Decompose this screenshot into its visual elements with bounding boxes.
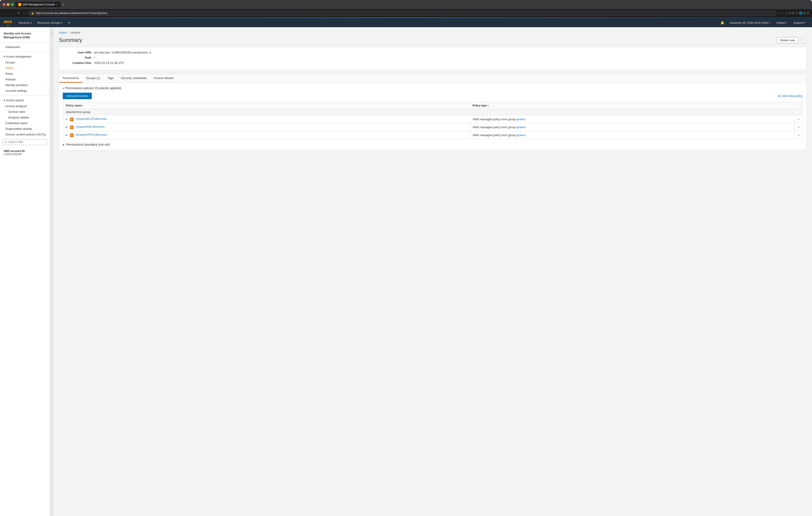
expand-icon-3[interactable]: ▶ — [66, 134, 67, 136]
toolbar-right: ⋯ ☆ ⤓ ⧉ ⊕ ⓘ 🌐 ⊞ ☰ — [778, 11, 809, 15]
policy-link-2[interactable]: AmazonS3FullAccess — [76, 125, 105, 128]
maximize-dot[interactable] — [11, 3, 13, 6]
forward-button[interactable]: → — [9, 11, 14, 16]
help-button[interactable]: ? — [800, 37, 807, 43]
user-arn-value: arn:aws:iam::119841056280:user/jenkins ⧉ — [94, 51, 151, 54]
copy-arn-icon[interactable]: ⧉ — [149, 51, 151, 54]
browser-toolbar: ← → ↻ ⌂ 🔒 https://console.aws.amazon.com… — [0, 9, 812, 17]
address-text: https://console.aws.amazon.com/iam/home?… — [35, 11, 107, 15]
page-title: Summary — [59, 37, 82, 43]
expand-icon-2[interactable]: ▶ — [66, 126, 67, 128]
permissions-boundary-section: ▶ Permissions boundary (not set) — [63, 141, 803, 146]
aws-nav: aws ▲ Services ▾ Resource Groups ▾ ✦ 🔔 m… — [0, 18, 812, 27]
policy-type-cell-3: AWS managed policy from group jenkins — [470, 131, 794, 139]
bookmarks-nav[interactable]: ✦ — [65, 18, 73, 27]
sidebar-item-groups[interactable]: Groups — [0, 60, 50, 65]
sidebar-item-archive-rules[interactable]: Archive rules — [0, 109, 50, 115]
remove-btn-3[interactable]: ✕ — [798, 134, 800, 137]
tab-permissions[interactable]: Permissions — [59, 74, 83, 83]
add-permissions-button[interactable]: Add permissions — [63, 93, 92, 99]
region-menu[interactable]: Global ▾ — [774, 18, 790, 27]
sidebar-item-account-settings[interactable]: Account settings — [0, 88, 50, 94]
creation-time-value: 2020-03-19 21:38 UTC — [94, 61, 124, 65]
sidebar-access-management-header[interactable]: ▾ Access management — [0, 54, 50, 60]
tabs-header: Permissions Groups (1) Tags Security cre… — [59, 74, 806, 83]
active-tab[interactable]: ⚡ IAM Management Console × — [16, 2, 60, 7]
page-title-actions: Delete user ? — [777, 37, 807, 43]
table-header-row: Policy name ▾ Policy type ▾ — [63, 102, 803, 109]
policy-link-1[interactable]: AmazonEC2FullAccess — [76, 117, 107, 121]
plus-circle-icon: ⊕ — [778, 94, 781, 98]
table-row: ▶ ⧉ AmazonS3FullAccess AWS managed polic… — [63, 123, 803, 131]
sidebar-item-policies[interactable]: Policies — [0, 77, 50, 82]
policy-type-cell-1: AWS managed policy from group jenkins — [470, 115, 794, 123]
search-input[interactable] — [3, 139, 47, 145]
tab-favicon: ⚡ — [18, 3, 21, 6]
policy-table-body: Attached from group ▶ ⧉ AmazonEC2FullAcc… — [63, 109, 803, 139]
remove-btn-1[interactable]: ✕ — [798, 118, 800, 121]
breadcrumb-current: jenkins — [71, 31, 80, 34]
path-value: / — [94, 56, 95, 59]
sidebar-item-scp[interactable]: Service control policies (SCPs) — [0, 131, 50, 137]
sidebar: Identity and Access Management (IAM) Das… — [0, 27, 50, 516]
sidebar-divider-1 — [0, 42, 50, 42]
sidebar-account: AWS account ID: 119841056280 — [0, 147, 50, 158]
tab-security-credentials[interactable]: Security credentials — [117, 74, 150, 83]
sidebar-item-roles[interactable]: Roles — [0, 71, 50, 77]
support-menu[interactable]: Support ▾ — [790, 18, 808, 27]
sidebar-search — [3, 139, 47, 145]
group-header-row: Attached from group — [63, 109, 803, 115]
sidebar-access-reports-header[interactable]: ▾ Access reports — [0, 97, 50, 103]
group-link-3[interactable]: jenkins — [517, 133, 526, 137]
home-button[interactable]: ⌂ — [23, 11, 26, 16]
address-bar[interactable]: 🔒 https://console.aws.amazon.com/iam/hom… — [28, 10, 777, 16]
resource-groups-nav[interactable]: Resource Groups ▾ — [35, 18, 65, 27]
delete-user-button[interactable]: Delete user — [777, 37, 799, 43]
back-button[interactable]: ← — [3, 11, 8, 16]
browser-tabs: ⚡ IAM Management Console × + — [16, 2, 809, 7]
policy-link-3[interactable]: AmazonVPCFullAccess — [76, 133, 107, 136]
account-menu[interactable]: maweeks @ 1198-4105-6280 ▾ — [727, 18, 773, 27]
group-link-1[interactable]: jenkins — [517, 118, 526, 121]
permissions-boundary-header[interactable]: ▶ Permissions boundary (not set) — [63, 143, 803, 146]
sidebar-item-identity-providers[interactable]: Identity providers — [0, 82, 50, 88]
sidebar-item-users[interactable]: Users — [0, 65, 50, 71]
permissions-policies-header[interactable]: ▾ Permissions policies (3 policies appli… — [63, 86, 803, 90]
add-inline-policy-link[interactable]: ⊕ Add inline policy — [778, 94, 803, 98]
remove-btn-2[interactable]: ✕ — [798, 126, 800, 129]
policy-table: Policy name ▾ Policy type ▾ — [63, 102, 803, 139]
page-title-area: Summary Delete user ? — [59, 37, 807, 43]
policy-icon-2: ⧉ — [70, 125, 74, 129]
sidebar-item-dashboard[interactable]: Dashboard — [0, 44, 50, 50]
tab-content-permissions: ▾ Permissions policies (3 policies appli… — [59, 83, 806, 150]
sidebar-collapse-handle[interactable]: ‹ — [50, 27, 54, 516]
remove-cell-1: ✕ — [795, 115, 803, 123]
group-link-2[interactable]: jenkins — [517, 125, 526, 129]
tab-tags[interactable]: Tags — [104, 74, 117, 83]
minimize-dot[interactable] — [7, 3, 9, 6]
tab-groups[interactable]: Groups (1) — [83, 74, 104, 83]
breadcrumb-users-link[interactable]: Users — [59, 31, 67, 34]
user-arn-row: User ARN arn:aws:iam::119841056280:user/… — [64, 51, 801, 54]
policy-name-header: Policy name ▾ — [63, 102, 470, 109]
summary-card: User ARN arn:aws:iam::119841056280:user/… — [59, 47, 807, 70]
lock-icon: 🔒 — [31, 12, 34, 15]
close-dot[interactable] — [3, 3, 5, 6]
creation-time-row: Creation time 2020-03-19 21:38 UTC — [64, 61, 801, 65]
sidebar-item-credential-report[interactable]: Credential report — [0, 120, 50, 126]
sidebar-item-analyzer-details[interactable]: Analyzer details — [0, 115, 50, 120]
account-id-label: AWS account ID: — [4, 150, 46, 153]
browser-titlebar: ⚡ IAM Management Console × + — [0, 0, 812, 9]
tab-close-btn[interactable]: × — [56, 3, 58, 6]
sidebar-item-access-analyzer[interactable]: Access analyzer — [0, 103, 50, 109]
tab-access-advisor[interactable]: Access Advisor — [150, 74, 177, 83]
sidebar-title: Identity and Access Management (IAM) — [0, 30, 50, 40]
bell-icon[interactable]: 🔔 — [719, 21, 726, 25]
expand-icon-1[interactable]: ▶ — [66, 118, 67, 120]
new-tab-button[interactable]: + — [61, 2, 65, 6]
reload-button[interactable]: ↻ — [16, 11, 21, 16]
policy-icon-1: ⧉ — [70, 118, 74, 121]
services-nav[interactable]: Services ▾ — [16, 18, 35, 27]
sidebar-item-org-activity[interactable]: Organization activity — [0, 126, 50, 131]
nav-right: 🔔 maweeks @ 1198-4105-6280 ▾ Global ▾ Su… — [719, 18, 808, 27]
